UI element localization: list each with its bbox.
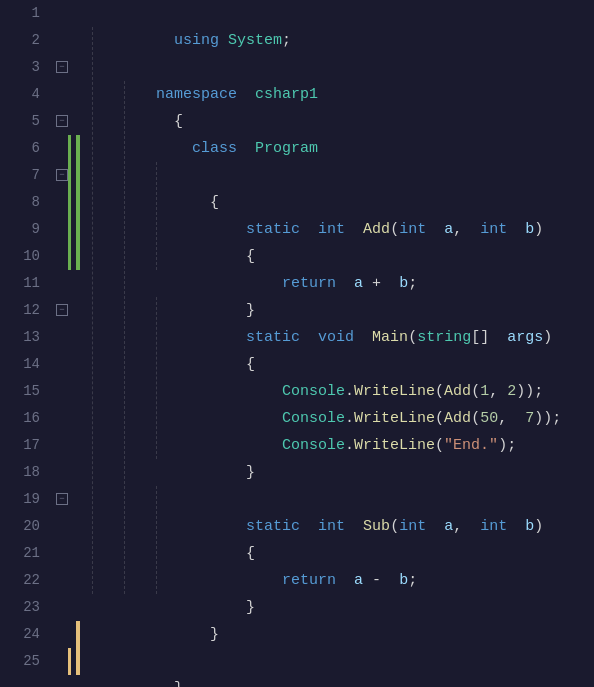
code-line-16: Console.WriteLine("End."); xyxy=(84,405,594,432)
code-line-4: { xyxy=(84,81,594,108)
code-line-24: } xyxy=(84,621,594,648)
fold-sub[interactable]: − xyxy=(56,493,68,505)
code-line-10: } xyxy=(84,243,594,270)
line-numbers: 1 2 3 4 5 6 7 8 9 10 11 12 13 14 15 16 1… xyxy=(0,0,52,687)
code-line-18 xyxy=(84,459,594,486)
fold-class[interactable]: − xyxy=(56,115,68,127)
fold-add[interactable]: − xyxy=(56,169,68,181)
code-editor: 1 2 3 4 5 6 7 8 9 10 11 12 13 14 15 16 1… xyxy=(0,0,594,687)
code-line-9: return a + b; xyxy=(84,216,594,243)
code-line-15: Console.WriteLine(Add(50, 7)); xyxy=(84,378,594,405)
gutter: − − − − − xyxy=(52,0,76,687)
code-line-25 xyxy=(84,648,594,675)
code-line-23: } xyxy=(84,594,594,621)
fold-namespace[interactable]: − xyxy=(56,61,68,73)
code-line-21: return a - b; xyxy=(84,540,594,567)
code-line-7: static int Add(int a, int b) xyxy=(84,162,594,189)
code-line-5: class Program xyxy=(84,108,594,135)
code-line-19: static int Sub(int a, int b) xyxy=(84,486,594,513)
code-content[interactable]: using System; namespace csharp1 { class … xyxy=(76,0,594,687)
code-line-14: Console.WriteLine(Add(1, 2)); xyxy=(84,351,594,378)
code-line-6: { xyxy=(84,135,594,162)
code-line-22: } xyxy=(84,567,594,594)
code-line-20: { xyxy=(84,513,594,540)
code-line-12: static void Main(string[] args) xyxy=(84,297,594,324)
code-line-17: } xyxy=(84,432,594,459)
fold-main[interactable]: − xyxy=(56,304,68,316)
code-line-13: { xyxy=(84,324,594,351)
code-line-8: { xyxy=(84,189,594,216)
code-line-2 xyxy=(84,27,594,54)
code-line-1: using System; xyxy=(84,0,594,27)
code-line-11 xyxy=(84,270,594,297)
code-line-3: namespace csharp1 xyxy=(84,54,594,81)
